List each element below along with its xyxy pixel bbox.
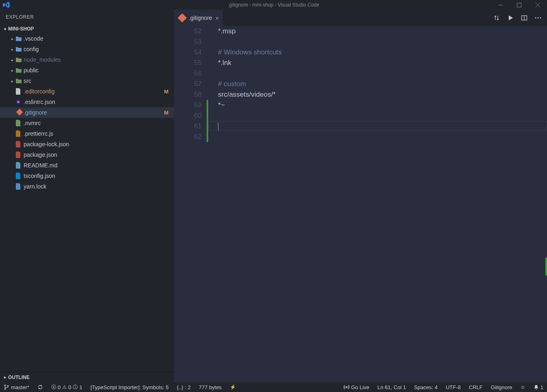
branch-name: master* [11,384,29,390]
ts-importer-status[interactable]: [TypeScript Importer]: Symbols: 5 [89,382,170,392]
folder-item[interactable]: ▸src [0,76,174,86]
more-actions-icon[interactable] [535,17,541,19]
tab-gitignore[interactable]: .gitignore × [174,10,223,26]
bracket-pair-status[interactable]: {..} : 2 [176,382,192,392]
git-branch-status[interactable]: master* [2,382,31,392]
svg-point-6 [535,17,536,19]
minimize-button[interactable] [491,0,510,10]
file-label: .eslintrc.json [24,99,163,105]
eol-status[interactable]: CRLF [468,382,484,392]
file-icon [15,130,24,137]
file-label: .gitignore [24,109,163,116]
file-icon [15,173,24,179]
file-size-status[interactable]: 777 bytes [198,382,223,392]
problems-status[interactable]: ⓧ0 ⚠0 ⓘ1 [50,382,84,392]
svg-rect-0 [498,5,503,5]
folder-icon [15,46,24,52]
folder-icon [15,67,24,73]
smiley-icon: ☺ [521,384,525,390]
code-line [218,37,547,47]
file-label: .nvmrc [24,120,163,126]
encoding-status[interactable]: UTF-8 [445,382,462,392]
chevron-right-icon: ▸ [9,79,15,83]
warning-icon: ⚠ [62,384,67,390]
error-icon: ⓧ [51,384,56,391]
file-item[interactable]: README.md [0,160,174,171]
file-label: config [24,46,163,52]
code-line [218,121,547,132]
file-item[interactable]: .gitignoreM [0,107,174,118]
language-mode-status[interactable]: Gitignore [490,382,514,392]
svg-point-7 [538,17,539,19]
folder-item[interactable]: ▸.vscode [0,33,174,44]
close-button[interactable] [528,0,547,10]
file-item[interactable]: yarn.lock [0,181,174,192]
file-item[interactable]: tsconfig.json [0,171,174,181]
maximize-button[interactable] [510,0,528,10]
folder-icon [15,78,24,84]
line-number-gutter: 5253545556575859606162 [174,26,207,382]
branch-icon [4,384,9,390]
code-line: *.lnk [218,58,547,68]
close-tab-icon[interactable]: × [216,15,219,22]
svg-point-10 [4,388,6,390]
file-item[interactable]: .editorconfigM [0,86,174,97]
explorer-sidebar: EXPLORER ▾ MINI-SHOP ▸.vscode▸config▸nod… [0,10,174,382]
folder-item[interactable]: ▸public [0,65,174,76]
indentation-status[interactable]: Spaces: 4 [413,382,439,392]
svg-point-9 [4,385,6,386]
file-icon [15,88,24,95]
svg-point-11 [7,386,9,387]
chevron-down-icon: ▾ [2,27,8,31]
split-editor-icon[interactable] [521,15,527,21]
sync-status[interactable] [36,382,44,392]
sync-icon [37,384,43,390]
git-status-indicator: M [163,89,170,95]
code-line: # Windows shortcuts [218,47,547,58]
file-tree: ▸.vscode▸config▸node_modules▸public▸src.… [0,33,174,372]
notifications-status[interactable]: 1 [532,382,545,392]
folder-item[interactable]: ▸node_modules [0,54,174,65]
file-label: yarn.lock [24,183,163,190]
explorer-header: EXPLORER [0,10,174,24]
file-label: public [24,67,163,74]
file-icon [15,120,24,126]
tab-label: .gitignore [189,15,212,21]
prettier-status[interactable]: ⚡ [229,382,237,392]
cursor-position-status[interactable]: Ln 61, Col 1 [376,382,407,392]
project-section-header[interactable]: ▾ MINI-SHOP [0,24,174,33]
chevron-right-icon: ▸ [9,47,15,52]
svg-point-12 [346,387,347,388]
chevron-right-icon: ▸ [9,37,15,41]
code-line: *~ [218,100,547,110]
file-label: package.json [24,152,163,158]
feedback-status[interactable]: ☺ [519,382,527,392]
run-icon[interactable] [507,15,514,21]
file-label: tsconfig.json [24,173,163,179]
file-label: .vscode [24,35,163,42]
file-item[interactable]: .prettierrc.js [0,128,174,139]
chevron-right-icon: ▸ [2,375,8,379]
vscode-logo-icon [2,1,11,9]
file-item[interactable]: package-lock.json [0,139,174,149]
file-icon [15,110,24,116]
file-item[interactable]: package.json [0,149,174,160]
code-editor[interactable]: 5253545556575859606162 *.msp# Windows sh… [174,26,547,382]
broadcast-icon [344,384,349,390]
file-item[interactable]: .nvmrc [0,118,174,128]
compare-changes-icon[interactable] [493,15,500,21]
file-label: README.md [24,162,163,169]
file-label: .editorconfig [24,88,163,95]
file-label: .prettierrc.js [24,130,163,137]
minimap[interactable] [540,26,547,382]
go-live-status[interactable]: Go Live [342,382,370,392]
file-label: src [24,78,163,84]
file-item[interactable]: .eslintrc.json [0,97,174,107]
folder-icon [15,57,24,63]
file-icon [15,152,24,158]
svg-rect-1 [517,3,521,7]
folder-item[interactable]: ▸config [0,44,174,54]
git-status-indicator: M [163,110,170,116]
outline-section-header[interactable]: ▸ OUTLINE [0,372,174,382]
info-icon: ⓘ [73,384,78,391]
